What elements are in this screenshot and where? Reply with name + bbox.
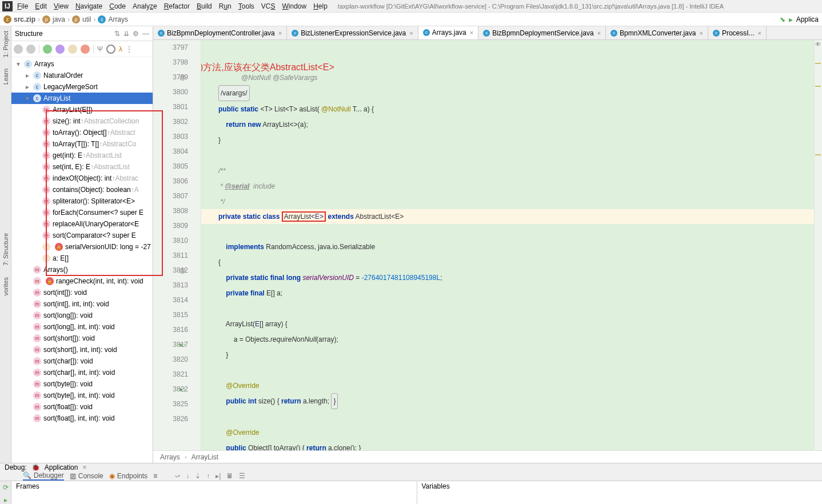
tree-item[interactable]: mtoArray(T[]): T[] ↑AbstractCo <box>11 138 153 150</box>
tree-item[interactable]: mArrayList(E[]) <box>11 104 153 115</box>
folded-block[interactable]: } <box>331 393 338 409</box>
show-properties-icon[interactable] <box>55 45 65 54</box>
gutter-icon[interactable]: ●↑ <box>179 382 186 397</box>
tree-item[interactable]: msort(int[], int, int): void <box>11 298 153 310</box>
show-nonpublic-icon[interactable] <box>81 45 90 54</box>
evaluate-icon[interactable]: 🖩 <box>226 472 233 480</box>
step-into-icon[interactable]: ↓ <box>186 472 189 480</box>
tab-favorites[interactable]: vorites <box>2 277 9 295</box>
folded-block[interactable]: /varargs/ <box>218 85 250 101</box>
editor-tab[interactable]: cBpmnXMLConverter.java× <box>606 26 708 39</box>
show-fields-icon[interactable] <box>68 45 77 54</box>
tree-item[interactable]: ▸cLegacyMergeSort <box>11 81 153 93</box>
tree-item[interactable]: msort(byte[], int, int): void <box>11 390 153 401</box>
tree-root[interactable]: ▾cArrays <box>11 58 153 70</box>
group-icon[interactable]: Ψ <box>97 45 103 53</box>
tree-item[interactable]: msort(int[]): void <box>11 287 153 298</box>
tree-item[interactable]: mset(int, E): E ↑AbstractList <box>11 161 153 173</box>
tree-item[interactable]: msort(float[]): void <box>11 401 153 413</box>
show-anonymous-icon[interactable] <box>106 45 115 54</box>
run-config[interactable]: Applica <box>796 15 819 23</box>
gutter-icon[interactable]: @ <box>179 263 186 278</box>
more-icon[interactable]: ⋮ <box>126 45 133 53</box>
tree-item[interactable]: msort(byte[]): void <box>11 378 153 390</box>
close-icon[interactable]: × <box>470 29 473 36</box>
gutter-icon[interactable]: ●↑ <box>179 337 186 352</box>
tree-item[interactable]: msort(short[], int, int): void <box>11 344 153 355</box>
inspection-eye-icon[interactable]: 👁 <box>815 41 821 47</box>
hide-icon[interactable]: — <box>142 30 149 38</box>
force-step-into-icon[interactable]: ⇣ <box>195 472 201 480</box>
tree-item[interactable]: mget(int): E ↑AbstractList <box>11 150 153 161</box>
tree-item[interactable]: msort(long[], int, int): void <box>11 321 153 333</box>
menu-view[interactable]: View <box>54 2 69 10</box>
tab-structure[interactable]: 7: Structure <box>2 233 9 266</box>
tree-item[interactable]: mspliterator(): Spliterator<E> <box>11 195 153 207</box>
close-icon[interactable]: × <box>409 30 413 37</box>
tree-item[interactable]: mcontains(Object): boolean ↑A <box>11 184 153 195</box>
close-icon[interactable]: × <box>758 30 761 37</box>
tree-item[interactable]: mindexOf(Object): int ↑Abstrac <box>11 173 153 184</box>
editor-tab[interactable]: cArrays.java× <box>418 26 478 39</box>
tree-item[interactable]: fa: E[] <box>11 253 153 264</box>
breadcrumb-inner[interactable]: ArrayList <box>191 453 218 461</box>
run-to-cursor-icon[interactable]: ▸| <box>216 472 221 480</box>
rerun-icon[interactable]: ⟳ <box>3 483 9 491</box>
nav-seg-src[interactable]: zsrc.zip <box>3 15 35 23</box>
menu-tools[interactable]: Tools <box>238 2 254 10</box>
tree-item[interactable]: msort(char[]): void <box>11 355 153 367</box>
menu-code[interactable]: Code <box>109 2 126 10</box>
gutter-icon[interactable]: @ <box>179 70 186 85</box>
tree-item[interactable]: msort(Comparator<? super E <box>11 230 153 241</box>
show-inherited-icon[interactable] <box>43 45 52 54</box>
debug-config[interactable]: Application <box>45 463 78 471</box>
close-icon[interactable]: × <box>82 463 86 471</box>
breadcrumb-class[interactable]: Arrays <box>160 453 180 461</box>
menu-run[interactable]: Run <box>219 2 232 10</box>
expand-icon[interactable]: ⇅ <box>114 30 120 38</box>
tree-item[interactable]: ▸cNaturalOrder <box>11 70 153 81</box>
menu-build[interactable]: Build <box>197 2 212 10</box>
tab-more[interactable]: ≡ <box>153 472 157 480</box>
sort-alpha-icon[interactable] <box>14 45 23 54</box>
editor-tab[interactable]: cBizBpmnDeploymentService.java× <box>478 26 606 39</box>
editor-tab[interactable]: cBizBpmnDeploymentController.java× <box>153 26 287 39</box>
tree-item[interactable]: mreplaceAll(UnaryOperator<E <box>11 218 153 230</box>
tree-item[interactable]: mtoArray(): Object[] ↑Abstract <box>11 127 153 138</box>
tree-item[interactable]: mArrays() <box>11 264 153 275</box>
tree-item[interactable]: mforEach(Consumer<? super E <box>11 207 153 218</box>
gear-icon[interactable]: ⚙ <box>133 30 139 38</box>
close-icon[interactable]: × <box>278 30 282 37</box>
menu-file[interactable]: File <box>17 2 28 10</box>
lambda-icon[interactable]: λ <box>119 45 122 53</box>
close-icon[interactable]: × <box>699 30 703 37</box>
tree-item[interactable]: msort(short[]): void <box>11 333 153 344</box>
build-icon[interactable]: ⬊ <box>780 15 785 23</box>
tree-item[interactable]: msort(long[]): void <box>11 310 153 321</box>
step-over-icon[interactable]: ⤻ <box>174 472 180 480</box>
tab-endpoints[interactable]: ◉Endpoints <box>109 472 147 480</box>
nav-seg-util[interactable]: putil <box>72 15 91 23</box>
menu-help[interactable]: Help <box>313 2 328 10</box>
tab-learn[interactable]: Learn <box>2 69 9 85</box>
sort-visibility-icon[interactable] <box>26 45 35 54</box>
menu-analyze[interactable]: Analyze <box>133 2 157 10</box>
menu-window[interactable]: Window <box>282 2 306 10</box>
nav-seg-java[interactable]: pjava <box>42 15 65 23</box>
more-tools-icon[interactable]: ☰ <box>239 472 245 480</box>
menu-navigate[interactable]: Navigate <box>75 2 102 10</box>
tab-project[interactable]: 1: Project <box>2 31 9 57</box>
tree-item[interactable]: msort(char[], int, int): void <box>11 367 153 378</box>
run-icon[interactable]: ▸ <box>789 15 793 24</box>
tree-item[interactable]: m🔒rangeCheck(int, int, int): void <box>11 275 153 287</box>
resume-icon[interactable]: ▸ <box>4 496 7 504</box>
tree-item[interactable]: msort(float[], int, int): void <box>11 413 153 424</box>
editor-tab[interactable]: cProcessI...× <box>708 26 767 39</box>
menu-refactor[interactable]: Refactor <box>164 2 190 10</box>
editor-tab[interactable]: cBizListenerExpressionService.java× <box>287 26 418 39</box>
tree-item[interactable]: ▾cArrayList <box>11 93 153 104</box>
collapse-icon[interactable]: ⇊ <box>123 30 129 38</box>
tree-item[interactable]: f🔒serialVersionUID: long = -27 <box>11 241 153 253</box>
tree-item[interactable]: msize(): int ↑AbstractCollection <box>11 115 153 127</box>
close-icon[interactable]: × <box>597 30 601 37</box>
